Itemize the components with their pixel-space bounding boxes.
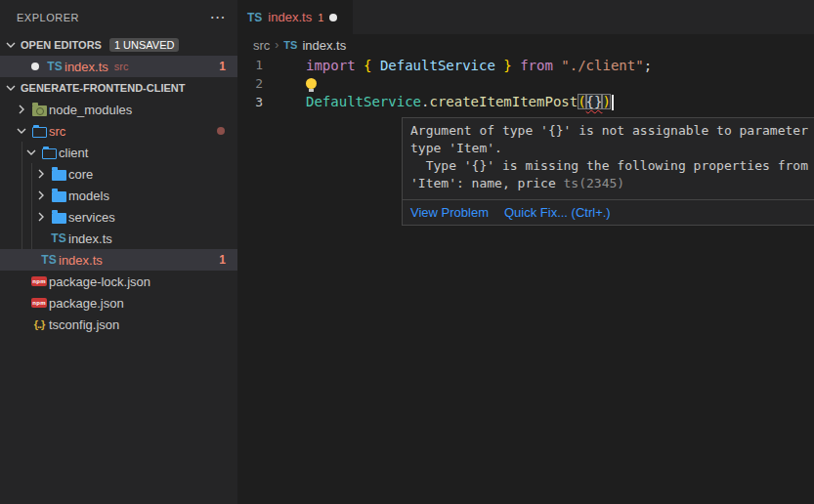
tree-item-node-modules[interactable]: node_modules (0, 99, 237, 120)
chevron-right-icon (14, 102, 29, 117)
error-message-line: type 'Item'. (410, 141, 814, 158)
file-tree: node_modules src client (0, 99, 237, 335)
error-message-line: Type '{}' is missing the following prope… (410, 158, 814, 176)
tree-item-label: index.ts (68, 231, 112, 246)
folder-open-icon (29, 124, 49, 138)
tree-item-label: tsconfig.json (49, 317, 119, 332)
npm-file-icon: npm (29, 276, 49, 286)
error-message-line: Argument of type '{}' is not assignable … (410, 123, 814, 141)
error-hover-tooltip: Argument of type '{}' is not assignable … (402, 117, 814, 226)
typescript-file-icon: TS (49, 232, 68, 244)
tree-item-label: package.json (49, 296, 124, 311)
vscode-window: EXPLORER ⋯ OPEN EDITORS 1 UNSAVED TS ind… (0, 0, 814, 504)
tree-item-label: models (68, 189, 109, 203)
code-editor[interactable]: 1 import { DefaultService } from "./clie… (237, 56, 814, 111)
line-number: 1 (237, 58, 263, 72)
tab-filename: index.ts (268, 10, 312, 24)
tree-item-label: client (59, 146, 88, 160)
open-editor-folder-detail: src (114, 61, 129, 72)
lightbulb-icon[interactable] (306, 78, 317, 89)
code-text (306, 76, 317, 92)
tree-item-package-json[interactable]: npm package.json (0, 292, 237, 314)
typescript-file-icon: TS (283, 40, 297, 51)
project-root-header[interactable]: GENERATE-FRONTEND-CLIENT (0, 77, 237, 99)
project-root-label: GENERATE-FRONTEND-CLIENT (21, 82, 185, 94)
breadcrumb-folder[interactable]: src (253, 38, 270, 53)
chevron-down-icon (3, 80, 19, 96)
error-message: Argument of type '{}' is not assignable … (403, 118, 814, 199)
chevron-down-icon (14, 123, 29, 139)
tree-item-package-lock-json[interactable]: npm package-lock.json (0, 271, 237, 292)
open-editors-label: OPEN EDITORS (21, 39, 102, 51)
problems-count-badge: 1 (219, 253, 226, 267)
problems-count-badge: 1 (219, 60, 226, 73)
quick-fix-link[interactable]: Quick Fix... (Ctrl+.) (504, 205, 611, 220)
error-code-ref: ts(2345) (564, 176, 625, 190)
code-line-1[interactable]: 1 import { DefaultService } from "./clie… (237, 56, 814, 74)
tree-item-core[interactable]: core (0, 163, 237, 185)
code-line-3[interactable]: 3 DefaultService.createItemItemPost({}) (237, 93, 814, 111)
chevron-down-icon (23, 145, 39, 160)
typescript-file-icon: TS (45, 61, 64, 72)
json-config-icon: {..} (29, 318, 49, 330)
tree-item-label: package-lock.json (49, 274, 150, 289)
error-message-line: 'Item': name, price ts(2345) (410, 176, 814, 193)
tree-item-label: src (49, 124, 65, 139)
error-squiggle-braces: {} (586, 94, 603, 109)
modified-dot-icon (217, 127, 225, 135)
line-number: 3 (237, 95, 263, 109)
node-modules-folder-icon (29, 103, 49, 116)
code-line-2[interactable]: 2 (237, 74, 814, 93)
code-text: DefaultService.createItemItemPost({}) (306, 94, 614, 110)
folder-icon (49, 167, 68, 181)
editor-area: TS index.ts 1 src › TS index.ts 1 import… (237, 0, 814, 504)
tab-index-ts[interactable]: TS index.ts 1 (237, 0, 353, 34)
tree-item-client-index-ts[interactable]: TS index.ts (0, 228, 237, 249)
tree-item-src-index-ts[interactable]: TS index.ts 1 (0, 249, 237, 271)
tree-item-label: core (68, 167, 93, 182)
tree-item-client[interactable]: client (0, 142, 237, 163)
open-editor-filename: index.ts (64, 60, 108, 74)
explorer-sidebar: EXPLORER ⋯ OPEN EDITORS 1 UNSAVED TS ind… (0, 0, 237, 504)
folder-icon (49, 189, 68, 202)
open-editors-header[interactable]: OPEN EDITORS 1 UNSAVED (0, 34, 237, 56)
open-editor-item-index-ts[interactable]: TS index.ts src 1 (0, 56, 237, 77)
tree-item-label: node_modules (49, 103, 132, 117)
tree-item-tsconfig-json[interactable]: {..} tsconfig.json (0, 314, 237, 335)
typescript-file-icon: TS (247, 12, 262, 23)
chevron-right-icon (33, 188, 49, 203)
tree-item-services[interactable]: services (0, 206, 237, 228)
unsaved-dot-icon[interactable] (329, 14, 337, 21)
folder-icon (49, 210, 68, 224)
code-text: import { DefaultService } from "./client… (306, 58, 652, 73)
text-cursor (612, 95, 614, 110)
line-number: 2 (237, 76, 263, 91)
breadcrumb: src › TS index.ts (237, 34, 814, 56)
unsaved-badge: 1 UNSAVED (109, 38, 180, 52)
more-actions-icon[interactable]: ⋯ (210, 10, 227, 25)
tree-item-src[interactable]: src (0, 120, 237, 142)
chevron-right-icon (33, 209, 49, 225)
tab-problems-badge: 1 (318, 12, 323, 23)
tree-item-models[interactable]: models (0, 185, 237, 206)
chevron-right-icon (33, 166, 49, 182)
chevron-right-icon: › (275, 38, 278, 52)
npm-file-icon: npm (29, 298, 49, 308)
unsaved-dot-icon[interactable] (25, 63, 45, 70)
editor-tab-bar: TS index.ts 1 (237, 0, 814, 34)
tree-item-label: services (68, 210, 115, 225)
explorer-title: EXPLORER (17, 12, 79, 23)
breadcrumb-file[interactable]: index.ts (302, 38, 346, 53)
folder-open-icon (39, 146, 59, 159)
tree-item-label: index.ts (59, 253, 103, 268)
tooltip-actions: View Problem Quick Fix... (Ctrl+.) (403, 199, 814, 225)
typescript-file-icon: TS (39, 254, 59, 266)
chevron-down-icon (3, 37, 19, 53)
view-problem-link[interactable]: View Problem (410, 205, 489, 220)
sidebar-title-row: EXPLORER ⋯ (0, 0, 237, 34)
